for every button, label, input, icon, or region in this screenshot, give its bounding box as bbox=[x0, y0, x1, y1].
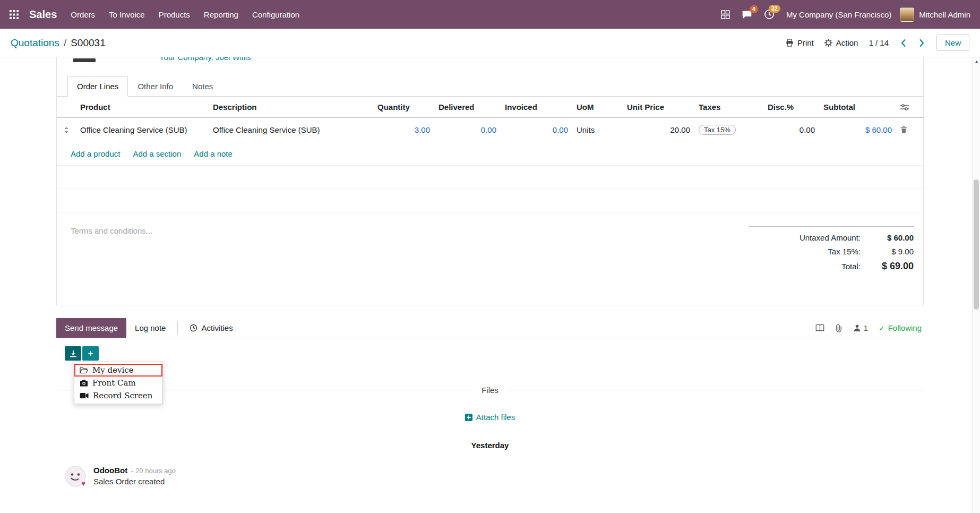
add-note-link[interactable]: Add a note bbox=[194, 149, 233, 158]
control-panel: Quotations / S00031 Print Action 1 / 14 … bbox=[0, 29, 980, 57]
check-icon: ✓ bbox=[879, 324, 885, 332]
chatter-message: ♥ OdooBot - 20 hours ago Sales Order cre… bbox=[56, 466, 924, 487]
add-links-row: Add a product Add a section Add a note bbox=[57, 142, 924, 166]
paperclip-icon[interactable] bbox=[835, 324, 843, 332]
message-author[interactable]: OdooBot bbox=[93, 466, 127, 475]
breadcrumb-separator: / bbox=[64, 37, 66, 49]
followers-icon[interactable]: 1 bbox=[853, 324, 868, 332]
pager-next-button[interactable] bbox=[918, 38, 926, 48]
book-icon[interactable] bbox=[815, 324, 824, 332]
tab-notes[interactable]: Notes bbox=[183, 76, 222, 96]
breadcrumb-quotations[interactable]: Quotations bbox=[11, 37, 59, 49]
tax-label: Tax 15%: bbox=[828, 247, 861, 256]
menu-item-record-screen[interactable]: Record Screen bbox=[74, 389, 162, 402]
untaxed-label: Untaxed Amount: bbox=[800, 233, 861, 242]
table-header-row: Product Description Quantity Delivered I… bbox=[57, 97, 924, 118]
untaxed-value: $ 60.00 bbox=[861, 233, 914, 242]
new-button[interactable]: New bbox=[936, 35, 969, 51]
add-attachment-button[interactable]: + bbox=[82, 346, 99, 361]
breadcrumb: Quotations / S00031 bbox=[11, 37, 106, 49]
add-section-link[interactable]: Add a section bbox=[133, 149, 181, 158]
delete-line-icon[interactable] bbox=[896, 118, 924, 142]
col-header-quantity: Quantity bbox=[373, 97, 434, 118]
send-message-button[interactable]: Send message bbox=[56, 318, 126, 338]
total-value: $ 69.00 bbox=[861, 261, 914, 272]
col-header-unit-price: Unit Price bbox=[623, 97, 694, 118]
tax-badge[interactable]: Tax 15% bbox=[699, 125, 736, 135]
menu-reporting[interactable]: Reporting bbox=[204, 10, 238, 19]
messages-badge: 4 bbox=[750, 5, 758, 13]
files-divider-label: Files bbox=[482, 386, 498, 395]
col-header-subtotal: Subtotal bbox=[819, 97, 896, 118]
message-timestamp: - 20 hours ago bbox=[131, 467, 176, 475]
message-body: Sales Order created bbox=[93, 477, 176, 486]
column-settings-icon[interactable] bbox=[896, 97, 924, 118]
col-header-disc: Disc.% bbox=[763, 97, 819, 118]
clipped-label-fragment bbox=[73, 58, 96, 62]
tax-value: $ 9.00 bbox=[861, 247, 914, 256]
cell-delivered[interactable]: 0.00 bbox=[434, 118, 501, 142]
form-sheet: Your Company, Joel Willis Order Lines Ot… bbox=[56, 57, 924, 305]
pager-previous-button[interactable] bbox=[899, 38, 907, 48]
messages-icon[interactable]: 4 bbox=[742, 10, 752, 20]
following-button[interactable]: ✓ Following bbox=[879, 323, 922, 332]
board-grid-icon[interactable] bbox=[721, 10, 730, 19]
add-product-link[interactable]: Add a product bbox=[71, 149, 120, 158]
company-switcher[interactable]: My Company (San Francisco) bbox=[786, 10, 891, 19]
totals-divider bbox=[749, 226, 914, 227]
cell-invoiced[interactable]: 0.00 bbox=[501, 118, 572, 142]
scrollbar-up-arrow[interactable]: ▲ bbox=[973, 59, 980, 64]
odoobot-avatar: ♥ bbox=[65, 466, 86, 487]
cell-uom[interactable]: Units bbox=[572, 118, 623, 142]
order-lines-table: Product Description Quantity Delivered I… bbox=[57, 97, 924, 212]
log-note-button[interactable]: Log note bbox=[126, 318, 174, 338]
menu-configuration[interactable]: Configuration bbox=[252, 10, 299, 19]
folder-open-icon bbox=[80, 367, 88, 374]
cell-description[interactable]: Office Cleaning Service (SUB) bbox=[209, 118, 373, 142]
drag-handle-icon[interactable] bbox=[57, 118, 76, 142]
col-header-delivered: Delivered bbox=[434, 97, 501, 118]
col-header-description: Description bbox=[209, 97, 373, 118]
pager-value: 1 / 14 bbox=[869, 38, 889, 47]
menu-products[interactable]: Products bbox=[159, 10, 190, 19]
user-name: Mitchell Admin bbox=[919, 10, 970, 19]
app-name[interactable]: Sales bbox=[29, 8, 57, 21]
menu-item-my-device[interactable]: My device bbox=[74, 364, 162, 377]
cell-quantity[interactable]: 3.00 bbox=[373, 118, 434, 142]
print-button[interactable]: Print bbox=[786, 38, 814, 47]
day-divider: Yesterday bbox=[56, 441, 924, 450]
terms-placeholder[interactable]: Terms and conditions... bbox=[71, 226, 152, 277]
video-camera-icon bbox=[80, 392, 89, 399]
menu-orders[interactable]: Orders bbox=[71, 10, 95, 19]
col-header-product: Product bbox=[76, 97, 209, 118]
order-line-row: Office Cleaning Service (SUB) Office Cle… bbox=[57, 118, 924, 142]
scrollbar-thumb[interactable] bbox=[974, 179, 979, 310]
cell-disc[interactable]: 0.00 bbox=[763, 118, 819, 142]
gear-icon bbox=[824, 39, 832, 47]
tab-other-info[interactable]: Other Info bbox=[128, 76, 183, 96]
printer-icon bbox=[786, 39, 794, 47]
cell-taxes[interactable]: Tax 15% bbox=[694, 118, 763, 142]
activities-badge: 32 bbox=[769, 5, 780, 13]
tab-order-lines[interactable]: Order Lines bbox=[67, 76, 128, 97]
vertical-scrollbar[interactable]: ▲ bbox=[972, 57, 980, 513]
breadcrumb-record: S00031 bbox=[71, 37, 106, 49]
menu-to-invoice[interactable]: To Invoice bbox=[109, 10, 145, 19]
clock-icon bbox=[190, 324, 197, 332]
apps-grid-icon[interactable] bbox=[10, 10, 19, 19]
col-header-invoiced: Invoiced bbox=[501, 97, 572, 118]
clipped-partner-row: Your Company, Joel Willis bbox=[57, 57, 923, 64]
cell-unit-price[interactable]: 20.00 bbox=[623, 118, 694, 142]
cell-product[interactable]: Office Cleaning Service (SUB) bbox=[76, 118, 209, 142]
action-button[interactable]: Action bbox=[824, 38, 858, 47]
partner-link[interactable]: Your Company, Joel Willis bbox=[159, 57, 251, 62]
upload-file-button[interactable] bbox=[65, 346, 81, 361]
user-menu[interactable]: Mitchell Admin bbox=[900, 7, 970, 22]
menu-item-front-cam[interactable]: Front Cam bbox=[74, 377, 162, 389]
activities-button[interactable]: Activities bbox=[181, 318, 241, 338]
plus-square-icon bbox=[465, 414, 472, 421]
activities-clock-icon[interactable]: 32 bbox=[764, 9, 775, 20]
user-avatar[interactable] bbox=[900, 7, 914, 22]
totals-block: Untaxed Amount: $ 60.00 Tax 15%: $ 9.00 … bbox=[749, 226, 914, 277]
attach-files-link[interactable]: Attach files bbox=[465, 413, 515, 422]
